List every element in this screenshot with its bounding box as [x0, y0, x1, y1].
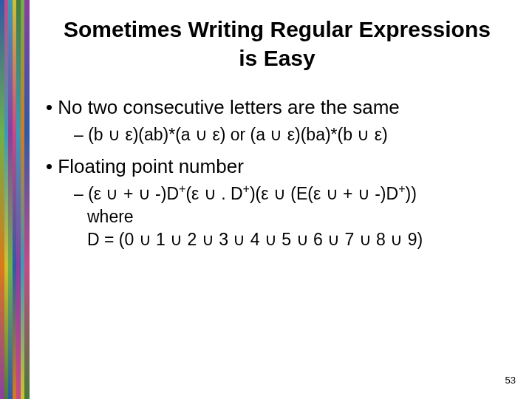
sub-bullet-item: (ε ∪ + ∪ -)D+(ε ∪ . D+)(ε ∪ (E(ε ∪ + ∪ -… [46, 183, 510, 251]
sub-bullet-text-part: (ε ∪ . D [185, 184, 242, 203]
decorative-side-strip [0, 0, 30, 399]
sub-bullet-text-line: where [87, 207, 134, 226]
sub-bullet-item: (b ∪ ε)(ab)*(a ∪ ε) or (a ∪ ε)(ba)*(b ∪ … [46, 123, 510, 146]
slide-title: Sometimes Writing Regular Expressions is… [37, 15, 517, 72]
bullet-text: No two consecutive letters are the same [58, 96, 399, 118]
superscript-plus: + [243, 182, 250, 195]
sub-bullet-text-part: )) [406, 184, 417, 203]
sub-bullet-text-line: D = (0 ∪ 1 ∪ 2 ∪ 3 ∪ 4 ∪ 5 ∪ 6 ∪ 7 ∪ 8 ∪… [87, 230, 423, 249]
title-line-1: Sometimes Writing Regular Expressions [64, 17, 491, 41]
sub-bullet-text-part: )(ε ∪ (E(ε ∪ + ∪ -)D [250, 184, 398, 203]
title-line-2: is Easy [239, 46, 315, 70]
strip-band [24, 0, 30, 399]
slide-body: No two consecutive letters are the same … [46, 96, 510, 260]
bullet-text: Floating point number [58, 155, 243, 177]
bullet-item: No two consecutive letters are the same [46, 96, 510, 119]
sub-bullet-text: (b ∪ ε)(ab)*(a ∪ ε) or (a ∪ ε)(ba)*(b ∪ … [88, 125, 388, 144]
bullet-item: Floating point number [46, 155, 510, 178]
sub-bullet-text-part: (ε ∪ + ∪ -)D [88, 184, 179, 203]
superscript-plus: + [398, 182, 405, 195]
page-number: 53 [505, 375, 516, 386]
